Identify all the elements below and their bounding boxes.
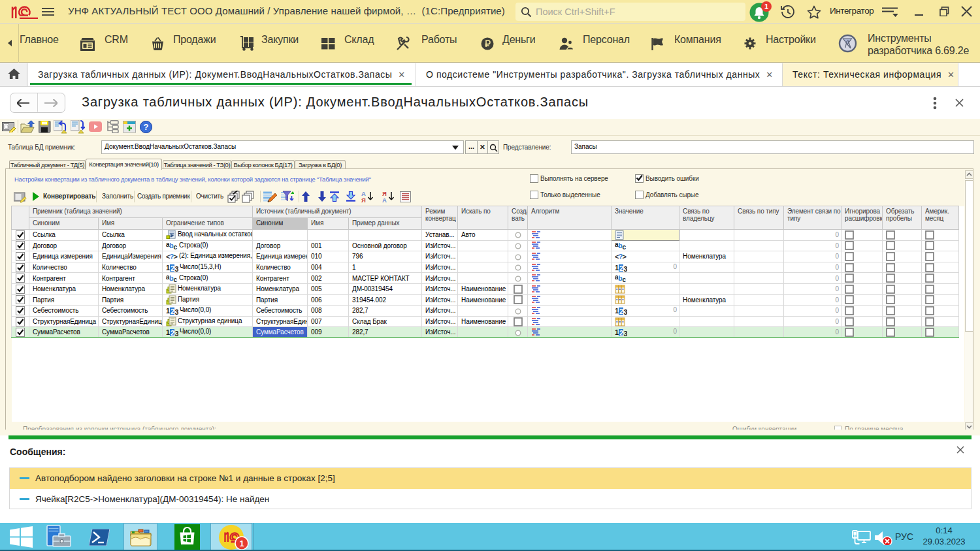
svg-text:3: 3 xyxy=(175,265,179,272)
svg-text:3: 3 xyxy=(624,308,628,315)
svg-text:1: 1 xyxy=(166,264,170,272)
svg-text:c: c xyxy=(623,276,627,283)
svg-text:1: 1 xyxy=(166,307,170,315)
svg-text:1: 1 xyxy=(764,3,768,10)
svg-text:2: 2 xyxy=(619,264,623,272)
svg-text:Я: Я xyxy=(361,197,366,203)
svg-text:c: c xyxy=(174,244,178,250)
svg-text:c: c xyxy=(174,276,178,283)
svg-text:2: 2 xyxy=(619,307,623,315)
svg-text:>: > xyxy=(174,253,178,260)
svg-text:3: 3 xyxy=(624,330,628,336)
svg-text:2: 2 xyxy=(619,329,623,337)
svg-text:c: c xyxy=(623,244,627,250)
svg-text:1: 1 xyxy=(615,264,619,272)
svg-text:1: 1 xyxy=(239,539,244,548)
svg-text:3: 3 xyxy=(624,265,628,272)
svg-text:?: ? xyxy=(144,122,149,132)
svg-text:3: 3 xyxy=(175,308,179,315)
svg-text:1: 1 xyxy=(615,307,619,315)
svg-text:2: 2 xyxy=(171,307,174,315)
svg-text:>: > xyxy=(623,253,627,260)
svg-text:3: 3 xyxy=(175,330,179,336)
svg-text:1: 1 xyxy=(166,328,170,336)
svg-text:2: 2 xyxy=(171,329,174,337)
svg-text:1: 1 xyxy=(615,328,619,336)
svg-text:А: А xyxy=(382,197,387,203)
svg-text:2: 2 xyxy=(171,264,174,272)
